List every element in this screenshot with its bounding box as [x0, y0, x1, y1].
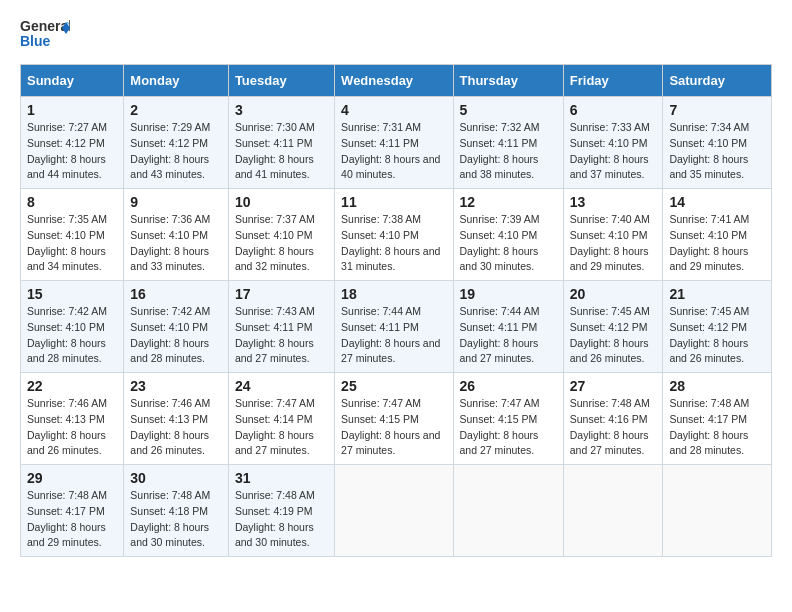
- day-info: Sunrise: 7:46 AM Sunset: 4:13 PM Dayligh…: [130, 397, 210, 456]
- day-info: Sunrise: 7:45 AM Sunset: 4:12 PM Dayligh…: [570, 305, 650, 364]
- calendar-cell: 17 Sunrise: 7:43 AM Sunset: 4:11 PM Dayl…: [228, 281, 334, 373]
- day-number: 5: [460, 102, 557, 118]
- calendar-cell: 8 Sunrise: 7:35 AM Sunset: 4:10 PM Dayli…: [21, 189, 124, 281]
- calendar-cell: 7 Sunrise: 7:34 AM Sunset: 4:10 PM Dayli…: [663, 97, 772, 189]
- calendar-week-1: 1 Sunrise: 7:27 AM Sunset: 4:12 PM Dayli…: [21, 97, 772, 189]
- svg-text:Blue: Blue: [20, 33, 51, 49]
- day-info: Sunrise: 7:42 AM Sunset: 4:10 PM Dayligh…: [130, 305, 210, 364]
- calendar-cell: 5 Sunrise: 7:32 AM Sunset: 4:11 PM Dayli…: [453, 97, 563, 189]
- day-number: 18: [341, 286, 446, 302]
- day-info: Sunrise: 7:42 AM Sunset: 4:10 PM Dayligh…: [27, 305, 107, 364]
- day-number: 28: [669, 378, 765, 394]
- calendar-cell: 14 Sunrise: 7:41 AM Sunset: 4:10 PM Dayl…: [663, 189, 772, 281]
- calendar-cell: [563, 465, 663, 557]
- day-number: 9: [130, 194, 222, 210]
- day-info: Sunrise: 7:39 AM Sunset: 4:10 PM Dayligh…: [460, 213, 540, 272]
- calendar-cell: 3 Sunrise: 7:30 AM Sunset: 4:11 PM Dayli…: [228, 97, 334, 189]
- day-info: Sunrise: 7:44 AM Sunset: 4:11 PM Dayligh…: [460, 305, 540, 364]
- calendar-cell: 30 Sunrise: 7:48 AM Sunset: 4:18 PM Dayl…: [124, 465, 229, 557]
- day-number: 14: [669, 194, 765, 210]
- day-number: 26: [460, 378, 557, 394]
- calendar-cell: 18 Sunrise: 7:44 AM Sunset: 4:11 PM Dayl…: [335, 281, 453, 373]
- calendar-cell: 21 Sunrise: 7:45 AM Sunset: 4:12 PM Dayl…: [663, 281, 772, 373]
- day-number: 19: [460, 286, 557, 302]
- day-info: Sunrise: 7:30 AM Sunset: 4:11 PM Dayligh…: [235, 121, 315, 180]
- header-thursday: Thursday: [453, 65, 563, 97]
- calendar-cell: 25 Sunrise: 7:47 AM Sunset: 4:15 PM Dayl…: [335, 373, 453, 465]
- day-number: 31: [235, 470, 328, 486]
- day-number: 27: [570, 378, 657, 394]
- svg-text:General: General: [20, 18, 70, 34]
- day-number: 2: [130, 102, 222, 118]
- day-info: Sunrise: 7:48 AM Sunset: 4:18 PM Dayligh…: [130, 489, 210, 548]
- day-number: 8: [27, 194, 117, 210]
- calendar-header-row: SundayMondayTuesdayWednesdayThursdayFrid…: [21, 65, 772, 97]
- header-wednesday: Wednesday: [335, 65, 453, 97]
- calendar-table: SundayMondayTuesdayWednesdayThursdayFrid…: [20, 64, 772, 557]
- header-friday: Friday: [563, 65, 663, 97]
- day-number: 20: [570, 286, 657, 302]
- day-info: Sunrise: 7:32 AM Sunset: 4:11 PM Dayligh…: [460, 121, 540, 180]
- day-number: 7: [669, 102, 765, 118]
- calendar-cell: 15 Sunrise: 7:42 AM Sunset: 4:10 PM Dayl…: [21, 281, 124, 373]
- day-info: Sunrise: 7:41 AM Sunset: 4:10 PM Dayligh…: [669, 213, 749, 272]
- day-number: 13: [570, 194, 657, 210]
- day-info: Sunrise: 7:36 AM Sunset: 4:10 PM Dayligh…: [130, 213, 210, 272]
- day-number: 10: [235, 194, 328, 210]
- day-info: Sunrise: 7:40 AM Sunset: 4:10 PM Dayligh…: [570, 213, 650, 272]
- calendar-cell: 9 Sunrise: 7:36 AM Sunset: 4:10 PM Dayli…: [124, 189, 229, 281]
- calendar-cell: 23 Sunrise: 7:46 AM Sunset: 4:13 PM Dayl…: [124, 373, 229, 465]
- header-sunday: Sunday: [21, 65, 124, 97]
- day-info: Sunrise: 7:29 AM Sunset: 4:12 PM Dayligh…: [130, 121, 210, 180]
- day-info: Sunrise: 7:35 AM Sunset: 4:10 PM Dayligh…: [27, 213, 107, 272]
- day-info: Sunrise: 7:47 AM Sunset: 4:14 PM Dayligh…: [235, 397, 315, 456]
- day-number: 30: [130, 470, 222, 486]
- day-info: Sunrise: 7:33 AM Sunset: 4:10 PM Dayligh…: [570, 121, 650, 180]
- day-info: Sunrise: 7:37 AM Sunset: 4:10 PM Dayligh…: [235, 213, 315, 272]
- day-number: 16: [130, 286, 222, 302]
- calendar-cell: 28 Sunrise: 7:48 AM Sunset: 4:17 PM Dayl…: [663, 373, 772, 465]
- page-header: General Blue: [20, 16, 772, 52]
- day-number: 21: [669, 286, 765, 302]
- day-info: Sunrise: 7:27 AM Sunset: 4:12 PM Dayligh…: [27, 121, 107, 180]
- calendar-week-3: 15 Sunrise: 7:42 AM Sunset: 4:10 PM Dayl…: [21, 281, 772, 373]
- day-info: Sunrise: 7:48 AM Sunset: 4:17 PM Dayligh…: [27, 489, 107, 548]
- day-number: 25: [341, 378, 446, 394]
- calendar-cell: 10 Sunrise: 7:37 AM Sunset: 4:10 PM Dayl…: [228, 189, 334, 281]
- calendar-cell: 26 Sunrise: 7:47 AM Sunset: 4:15 PM Dayl…: [453, 373, 563, 465]
- day-number: 1: [27, 102, 117, 118]
- day-number: 23: [130, 378, 222, 394]
- calendar-cell: 24 Sunrise: 7:47 AM Sunset: 4:14 PM Dayl…: [228, 373, 334, 465]
- calendar-cell: [335, 465, 453, 557]
- day-number: 22: [27, 378, 117, 394]
- calendar-cell: 16 Sunrise: 7:42 AM Sunset: 4:10 PM Dayl…: [124, 281, 229, 373]
- calendar-cell: 27 Sunrise: 7:48 AM Sunset: 4:16 PM Dayl…: [563, 373, 663, 465]
- calendar-cell: 22 Sunrise: 7:46 AM Sunset: 4:13 PM Dayl…: [21, 373, 124, 465]
- day-info: Sunrise: 7:47 AM Sunset: 4:15 PM Dayligh…: [341, 397, 440, 456]
- calendar-cell: 29 Sunrise: 7:48 AM Sunset: 4:17 PM Dayl…: [21, 465, 124, 557]
- calendar-cell: 11 Sunrise: 7:38 AM Sunset: 4:10 PM Dayl…: [335, 189, 453, 281]
- day-number: 6: [570, 102, 657, 118]
- day-number: 24: [235, 378, 328, 394]
- day-info: Sunrise: 7:48 AM Sunset: 4:16 PM Dayligh…: [570, 397, 650, 456]
- day-info: Sunrise: 7:31 AM Sunset: 4:11 PM Dayligh…: [341, 121, 440, 180]
- calendar-cell: 4 Sunrise: 7:31 AM Sunset: 4:11 PM Dayli…: [335, 97, 453, 189]
- logo: General Blue: [20, 16, 70, 52]
- logo-icon: General Blue: [20, 16, 70, 52]
- calendar-cell: 13 Sunrise: 7:40 AM Sunset: 4:10 PM Dayl…: [563, 189, 663, 281]
- calendar-week-5: 29 Sunrise: 7:48 AM Sunset: 4:17 PM Dayl…: [21, 465, 772, 557]
- header-saturday: Saturday: [663, 65, 772, 97]
- calendar-cell: 12 Sunrise: 7:39 AM Sunset: 4:10 PM Dayl…: [453, 189, 563, 281]
- day-info: Sunrise: 7:45 AM Sunset: 4:12 PM Dayligh…: [669, 305, 749, 364]
- day-info: Sunrise: 7:48 AM Sunset: 4:17 PM Dayligh…: [669, 397, 749, 456]
- day-number: 11: [341, 194, 446, 210]
- calendar-week-4: 22 Sunrise: 7:46 AM Sunset: 4:13 PM Dayl…: [21, 373, 772, 465]
- day-info: Sunrise: 7:46 AM Sunset: 4:13 PM Dayligh…: [27, 397, 107, 456]
- day-number: 17: [235, 286, 328, 302]
- day-info: Sunrise: 7:48 AM Sunset: 4:19 PM Dayligh…: [235, 489, 315, 548]
- day-info: Sunrise: 7:43 AM Sunset: 4:11 PM Dayligh…: [235, 305, 315, 364]
- day-number: 29: [27, 470, 117, 486]
- calendar-cell: 20 Sunrise: 7:45 AM Sunset: 4:12 PM Dayl…: [563, 281, 663, 373]
- header-monday: Monday: [124, 65, 229, 97]
- calendar-cell: 19 Sunrise: 7:44 AM Sunset: 4:11 PM Dayl…: [453, 281, 563, 373]
